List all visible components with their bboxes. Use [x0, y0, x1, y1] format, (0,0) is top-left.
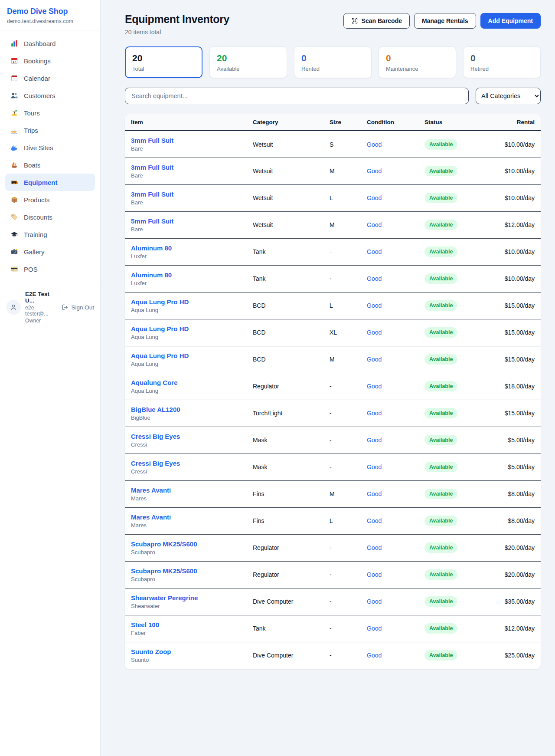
condition-link[interactable]: Good — [367, 598, 382, 605]
category-select[interactable]: All Categories — [476, 88, 541, 104]
gallery-icon — [10, 248, 18, 256]
condition-link[interactable]: Good — [367, 490, 382, 497]
table-row: Scubapro MK25/S600ScubaproRegulator-Good… — [125, 561, 541, 588]
sidebar-item-pos[interactable]: POS — [5, 260, 95, 278]
condition-link[interactable]: Good — [367, 356, 382, 363]
table-row: Mares AvantiMaresFinsLGoodAvailable$8.00… — [125, 507, 541, 534]
search-input[interactable] — [125, 88, 469, 104]
item-name-link[interactable]: Cressi Big Eyes — [131, 433, 241, 440]
sign-out-button[interactable]: Sign Out — [62, 304, 94, 311]
item-size: - — [323, 534, 361, 561]
column-header-condition: Condition — [361, 114, 418, 131]
status-badge: Available — [424, 650, 457, 661]
item-name-link[interactable]: Scubapro MK25/S600 — [131, 540, 241, 548]
condition-link[interactable]: Good — [367, 463, 382, 470]
item-name-link[interactable]: BigBlue AL1200 — [131, 406, 241, 413]
sidebar-item-customers[interactable]: Customers — [5, 87, 95, 104]
item-name-link[interactable]: 3mm Full Suit — [131, 137, 241, 144]
sidebar-item-dive-sites[interactable]: Dive Sites — [5, 139, 95, 156]
sidebar-item-label: Calendar — [24, 75, 50, 82]
stat-card-retired[interactable]: 0Retired — [463, 46, 541, 78]
status-badge: Available — [424, 462, 457, 472]
sidebar-item-label: Dive Sites — [24, 144, 53, 151]
condition-link[interactable]: Good — [367, 329, 382, 336]
sidebar-item-calendar[interactable]: Calendar — [5, 69, 95, 87]
status-badge: Available — [424, 327, 457, 338]
item-name-link[interactable]: Scubapro MK25/S600 — [131, 567, 241, 575]
item-brand: Luxfer — [131, 280, 241, 286]
add-equipment-button[interactable]: Add Equipment — [480, 13, 541, 29]
item-category: Mask — [247, 427, 323, 454]
stat-card-available[interactable]: 20Available — [209, 46, 287, 78]
condition-link[interactable]: Good — [367, 275, 382, 282]
stat-card-rented[interactable]: 0Rented — [294, 46, 372, 78]
sidebar-item-bookings[interactable]: 17Bookings — [5, 52, 95, 69]
item-category: Tank — [247, 615, 323, 642]
sidebar-item-label: Tours — [24, 109, 40, 117]
item-brand: Bare — [131, 172, 241, 179]
user-block: E2E Test U... e2e-tester@... Owner Sign … — [0, 285, 100, 329]
sidebar-item-tours[interactable]: Tours — [5, 104, 95, 122]
item-name-link[interactable]: Cressi Big Eyes — [131, 460, 241, 467]
page-header-text: Equipment Inventory 20 items total — [125, 13, 229, 36]
sidebar-item-products[interactable]: Products — [5, 191, 95, 208]
stat-card-total[interactable]: 20Total — [125, 46, 202, 78]
page-header: Equipment Inventory 20 items total Scan … — [125, 13, 541, 36]
rental-rate: $20.00/day — [479, 534, 541, 561]
condition-link[interactable]: Good — [367, 571, 382, 578]
item-category: Dive Computer — [247, 642, 323, 669]
item-name-link[interactable]: Aluminum 80 — [131, 244, 241, 252]
status-badge: Available — [424, 300, 457, 311]
sidebar-item-label: Dashboard — [24, 40, 56, 47]
stat-card-maintenance[interactable]: 0Maintenance — [379, 46, 456, 78]
item-name-link[interactable]: Aqua Lung Pro HD — [131, 352, 241, 359]
item-size: - — [323, 265, 361, 292]
sidebar-item-trips[interactable]: Trips — [5, 122, 95, 139]
condition-link[interactable]: Good — [367, 517, 382, 524]
condition-link[interactable]: Good — [367, 437, 382, 444]
sidebar-item-gallery[interactable]: Gallery — [5, 243, 95, 260]
item-category: Tank — [247, 265, 323, 292]
condition-link[interactable]: Good — [367, 248, 382, 255]
scan-barcode-button[interactable]: Scan Barcode — [343, 13, 410, 29]
item-name-link[interactable]: 3mm Full Suit — [131, 164, 241, 171]
item-name-link[interactable]: Aluminum 80 — [131, 271, 241, 279]
sidebar-item-label: Products — [24, 196, 49, 204]
rental-rate: $10.00/day — [479, 158, 541, 184]
condition-link[interactable]: Good — [367, 383, 382, 390]
condition-link[interactable]: Good — [367, 168, 382, 174]
sidebar-item-dashboard[interactable]: Dashboard — [5, 35, 95, 52]
sidebar-item-boats[interactable]: Boats — [5, 156, 95, 174]
item-name-link[interactable]: Aqualung Core — [131, 379, 241, 386]
item-name-link[interactable]: Shearwater Peregrine — [131, 594, 241, 602]
item-name-link[interactable]: Mares Avanti — [131, 513, 241, 521]
manage-rentals-button[interactable]: Manage Rentals — [414, 13, 476, 29]
condition-link[interactable]: Good — [367, 625, 382, 632]
rental-rate: $12.00/day — [479, 615, 541, 642]
condition-link[interactable]: Good — [367, 302, 382, 309]
item-name-link[interactable]: Suunto Zoop — [131, 648, 241, 655]
item-name-link[interactable]: Aqua Lung Pro HD — [131, 325, 241, 332]
column-header-status: Status — [418, 114, 479, 131]
condition-link[interactable]: Good — [367, 652, 382, 659]
shop-name[interactable]: Demo Dive Shop — [7, 7, 93, 16]
item-name-link[interactable]: Aqua Lung Pro HD — [131, 298, 241, 306]
sidebar-item-discounts[interactable]: Discounts — [5, 208, 95, 226]
item-name-link[interactable]: 3mm Full Suit — [131, 191, 241, 198]
status-badge: Available — [424, 247, 457, 257]
calendar-icon — [10, 74, 18, 82]
user-name: E2E Test U... — [25, 291, 57, 304]
dashboard-icon — [10, 39, 18, 47]
sidebar-item-equipment[interactable]: Equipment — [5, 174, 95, 191]
item-name-link[interactable]: 5mm Full Suit — [131, 217, 241, 225]
condition-link[interactable]: Good — [367, 141, 382, 148]
item-brand: Bare — [131, 226, 241, 233]
condition-link[interactable]: Good — [367, 410, 382, 417]
item-name-link[interactable]: Steel 100 — [131, 621, 241, 628]
condition-link[interactable]: Good — [367, 544, 382, 551]
sidebar-item-training[interactable]: Training — [5, 226, 95, 243]
equipment-icon — [10, 178, 18, 186]
condition-link[interactable]: Good — [367, 221, 382, 228]
item-name-link[interactable]: Mares Avanti — [131, 486, 241, 494]
condition-link[interactable]: Good — [367, 194, 382, 201]
